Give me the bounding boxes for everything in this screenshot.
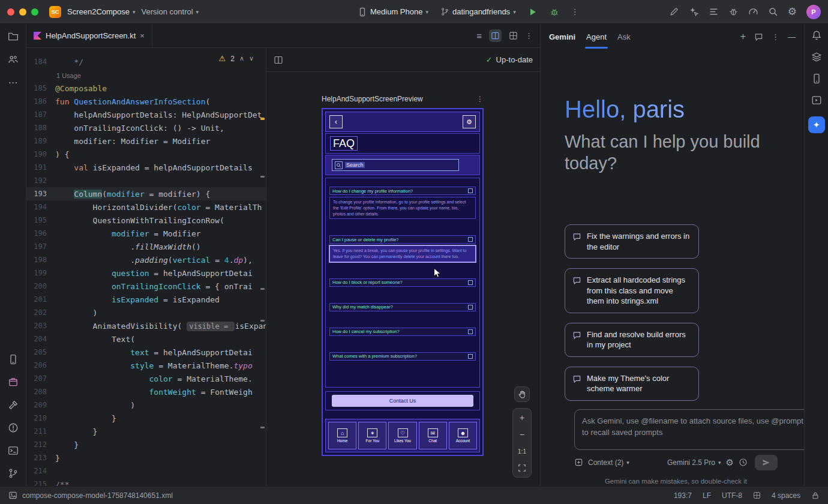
code-line[interactable]: 195 QuestionWithTrailingIconRow( (26, 214, 266, 227)
window-zoom-button[interactable] (31, 8, 38, 16)
close-tab-icon[interactable]: × (140, 31, 145, 40)
settings-gear-icon[interactable]: ⚙ (788, 5, 797, 18)
tab-gemini[interactable]: Gemini (549, 32, 575, 41)
zoom-in-button[interactable]: + (514, 410, 530, 425)
file-encoding[interactable]: UTF-8 (722, 491, 742, 500)
search-field[interactable]: Search (332, 159, 459, 171)
nav-item-home[interactable]: ⌂Home (328, 422, 356, 449)
nav-item-chat[interactable]: ✉Chat (419, 422, 447, 449)
faq-question-row[interactable]: How do I cancel my subscription? (329, 328, 476, 336)
ai-actions-icon[interactable] (689, 7, 699, 17)
faq-question-row[interactable]: Why did my match disappear? (329, 303, 476, 311)
run-config-selector[interactable]: datingandfriends ▾ (440, 7, 516, 16)
expand-icon[interactable] (468, 188, 473, 193)
search-icon[interactable] (768, 7, 778, 17)
caret-position[interactable]: 193:7 (674, 491, 692, 500)
code-line[interactable]: 196 modifier = Modifier (26, 227, 266, 240)
gradle-icon[interactable] (811, 52, 822, 62)
code-line[interactable]: 201 isExpanded = isExpanded (26, 293, 266, 306)
nav-item-for-you[interactable]: ✶For You (358, 422, 386, 449)
code-line[interactable]: 192 (26, 174, 266, 187)
next-warning-icon[interactable]: ∨ (249, 55, 254, 62)
code-line[interactable]: 213} (26, 451, 266, 464)
expand-icon[interactable] (468, 354, 473, 359)
send-button[interactable] (755, 455, 778, 470)
preview-layout-icon[interactable] (274, 55, 283, 65)
faq-question-row[interactable]: Can I pause or delete my profile? (329, 235, 476, 244)
app-insights-icon[interactable] (8, 377, 19, 388)
window-close-button[interactable] (7, 8, 14, 16)
code-line[interactable]: 200 onTrailingIconClick = { onTrai (26, 280, 266, 293)
suggestion-card[interactable]: Find and resolve build errors in my proj… (565, 323, 699, 357)
suggestion-card[interactable]: Make my Theme's color scheme warmer (565, 367, 699, 401)
notifications-bell-icon[interactable] (811, 30, 822, 41)
faq-question-row[interactable]: How do I change my profile information? (329, 187, 476, 195)
usages-hint[interactable]: 1 Usage (55, 72, 81, 79)
contact-us-button[interactable]: Contact Us (332, 395, 473, 407)
model-selector[interactable]: Gemini 2.5 Pro ▾ (667, 458, 721, 467)
project-folder-icon[interactable] (8, 31, 19, 42)
editor-tab[interactable]: HelpAndSupportScreen.kt × (26, 24, 152, 47)
code-line[interactable]: 210 } (26, 412, 266, 425)
code-line[interactable]: 212 } (26, 438, 266, 451)
zoom-out-button[interactable]: − (514, 427, 530, 442)
code-line[interactable]: 206 style = MaterialTheme.typo (26, 359, 266, 372)
version-control-icon[interactable] (8, 468, 19, 479)
new-chat-icon[interactable]: + (740, 31, 746, 42)
code-line[interactable]: 209 ) (26, 398, 266, 412)
design-tools-icon[interactable] (669, 7, 679, 17)
code-line[interactable]: 215/** (26, 478, 266, 486)
nav-item-account[interactable]: ☻Account (449, 422, 477, 449)
menu-icon[interactable]: ≡ (476, 31, 482, 41)
code-line[interactable]: 204 Text( (26, 332, 266, 346)
code-line[interactable]: 207 color = MaterialTheme. (26, 372, 266, 385)
code-line[interactable]: 193 Column(modifier = modifier) { (26, 187, 266, 200)
hide-panel-icon[interactable]: — (788, 32, 796, 41)
chat-history-icon[interactable] (754, 32, 763, 41)
settings-gear-icon[interactable]: ⚙ (463, 115, 476, 128)
window-minimize-button[interactable] (19, 8, 26, 16)
device-manager-icon[interactable] (811, 73, 822, 84)
more-actions-icon[interactable]: ⋮ (571, 7, 579, 16)
bug-report-icon[interactable] (728, 7, 739, 17)
zoom-to-fit-button[interactable] (514, 460, 530, 476)
expand-icon[interactable] (468, 305, 473, 310)
suggestion-card[interactable]: Fix the warnings and errors in the edito… (565, 224, 699, 259)
code-line[interactable]: 205 text = helpAndSupportDetai (26, 346, 266, 359)
preview-name[interactable]: HelpAndSupportScreenPreview (322, 95, 423, 103)
gemini-tool-window-icon[interactable]: ✦ (808, 116, 825, 133)
gemini-prompt-input[interactable] (574, 409, 804, 450)
context-selector[interactable]: Context (2) ▾ (588, 458, 629, 467)
code-line[interactable]: 214 (26, 464, 266, 478)
tab-ask[interactable]: Ask (617, 32, 631, 41)
code-line[interactable]: 198 .padding(vertical = 4.dp), (26, 253, 266, 266)
code-line[interactable]: 189 modifier: Modifier = Modifier (26, 134, 266, 148)
problems-icon[interactable] (8, 422, 19, 433)
structure-list-icon[interactable] (709, 7, 719, 17)
code-line[interactable]: 186fun QuestionAndAnswerInfoSection( (26, 95, 266, 108)
phone-preview-frame[interactable]: ‹ ⚙ FAQ Search How do I change m (322, 108, 484, 456)
preview-canvas[interactable]: HelpAndSupportScreenPreview ⋮ ‹ ⚙ FAQ (266, 72, 540, 486)
preview-more-icon[interactable]: ⋮ (476, 95, 484, 103)
terminal-icon[interactable] (8, 445, 19, 456)
project-menu[interactable]: Screen2Compose ▾ (67, 7, 136, 16)
build-icon[interactable] (8, 400, 19, 410)
code-line[interactable]: 202 ) (26, 306, 266, 319)
code-line[interactable]: 187 helpAndSupportDetails: HelpAndSuppor… (26, 108, 266, 121)
split-view-icon[interactable] (489, 29, 502, 42)
more-options-icon[interactable]: ⋮ (772, 32, 779, 41)
pan-tool-icon[interactable] (514, 386, 530, 402)
code-line[interactable]: 188 onTrailingIconClick: () -> Unit, (26, 121, 266, 134)
gemini-settings-icon[interactable]: ⚙ (726, 457, 734, 468)
code-line[interactable]: 203 AnimatedVisibility( visible = isExpa… (26, 319, 266, 332)
code-editor[interactable]: 184 */1 Usage185@Composable186fun Questi… (26, 48, 266, 486)
user-avatar[interactable]: P (806, 5, 821, 19)
code-line[interactable]: 190) { (26, 148, 266, 161)
code-line[interactable]: 208 fontWeight = FontWeigh (26, 385, 266, 398)
expand-icon[interactable] (468, 329, 473, 334)
run-button[interactable] (528, 7, 538, 17)
code-inlay-row[interactable]: 1 Usage (26, 68, 266, 82)
zoom-reset-button[interactable]: 1:1 (514, 443, 530, 459)
device-selector[interactable]: Medium Phone ▾ (358, 7, 428, 17)
code-line[interactable]: 199 question = helpAndSupportDetai (26, 266, 266, 280)
